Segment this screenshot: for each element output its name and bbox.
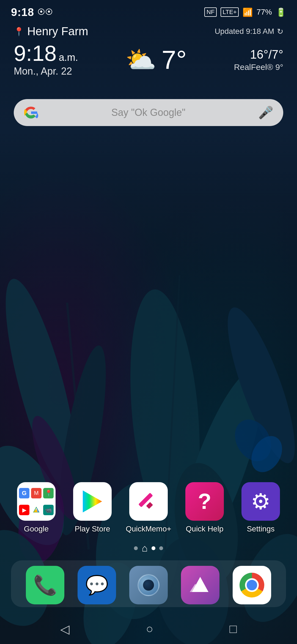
search-container[interactable]: Say "Ok Google" 🎤 — [0, 88, 297, 137]
temp-range: 16°/7° — [250, 48, 283, 61]
folder-g: G — [19, 488, 29, 498]
page-indicators: ⌂ — [0, 539, 297, 558]
play-store-icon[interactable] — [73, 482, 112, 521]
weather-main: 9:18 a.m. Mon., Apr. 22 ⛅ 7° 16°/7° Real… — [14, 42, 283, 77]
app-item-quickhelp[interactable]: ? Quick Help — [183, 482, 227, 533]
status-right: NF LTE+ 📶 77% 🔋 — [204, 7, 286, 17]
status-time: 9:18 — [11, 6, 34, 18]
svg-marker-21 — [83, 490, 102, 512]
weather-time-date: 9:18 a.m. Mon., Apr. 22 — [14, 42, 78, 77]
settings-label: Settings — [247, 525, 274, 533]
folder-drive — [31, 505, 42, 515]
question-mark: ? — [198, 489, 211, 514]
quickmemo-label: QuickMemo+ — [126, 525, 171, 533]
real-feel: RealFeel® 9° — [234, 62, 283, 72]
date-display: Mon., Apr. 22 — [14, 66, 78, 77]
camera-lens-inner — [143, 580, 154, 591]
dock-phone[interactable]: 📞 — [26, 566, 64, 604]
microphone-icon[interactable]: 🎤 — [258, 105, 273, 120]
bottom-dock-container: 📞 💬 — [0, 558, 297, 614]
location-pin-icon: 📍 — [14, 27, 24, 36]
settings-icon[interactable]: ⚙ — [241, 482, 280, 521]
lte-icon: LTE+ — [221, 7, 239, 17]
weather-widget: 📍 Henry Farm Updated 9:18 AM ↻ 9:18 a.m.… — [0, 22, 297, 83]
home-button[interactable]: ○ — [146, 622, 153, 636]
weather-location-row: 📍 Henry Farm Updated 9:18 AM ↻ — [14, 25, 283, 38]
dot-3[interactable] — [159, 546, 163, 550]
quickhelp-label: Quick Help — [186, 525, 224, 533]
home-indicator[interactable]: ⌂ — [142, 543, 148, 553]
folder-youtube: ▶ — [19, 505, 29, 515]
app-item-settings[interactable]: ⚙ Settings — [239, 482, 283, 533]
refresh-icon[interactable]: ↻ — [277, 27, 283, 36]
location-name: Henry Farm — [27, 25, 88, 38]
svg-rect-22 — [135, 488, 162, 515]
app-item-quickmemo[interactable]: QuickMemo+ — [127, 482, 170, 533]
folder-meet: 📹 — [43, 505, 54, 515]
clock-ampm: a.m. — [59, 52, 78, 63]
recents-button[interactable]: □ — [230, 622, 237, 636]
bottom-dock: 📞 💬 — [11, 560, 286, 607]
weather-updated: Updated 9:18 AM ↻ — [215, 27, 283, 36]
search-placeholder[interactable]: Say "Ok Google" — [44, 107, 253, 118]
nav-bar: ◁ ○ □ — [0, 614, 297, 644]
app-item-playstore[interactable]: Play Store — [70, 482, 114, 533]
nfc-icon: NF — [204, 7, 217, 17]
messages-icon: 💬 — [85, 574, 109, 596]
app-row: G M 📍 ▶ 📹 Google — [0, 474, 297, 539]
high-low-temp: 16°/7° — [234, 48, 283, 61]
phone-icon: 📞 — [33, 574, 57, 596]
camera-lens — [138, 574, 160, 596]
signal-icon: 📶 — [243, 7, 253, 17]
clock-display: 9:18 — [14, 42, 57, 64]
play-store-triangle — [80, 488, 105, 515]
google-logo — [24, 105, 38, 120]
weather-details: 16°/7° RealFeel® 9° — [234, 48, 283, 72]
playstore-label: Play Store — [75, 525, 110, 533]
battery-percentage: 77% — [257, 8, 272, 17]
status-left: 9:18 ⦿⦿ — [11, 6, 53, 18]
voicemail-icon: ⦿⦿ — [37, 8, 53, 17]
dock-messages[interactable]: 💬 — [78, 566, 116, 604]
status-bar: 9:18 ⦿⦿ NF LTE+ 📶 77% 🔋 — [0, 0, 297, 22]
dock-chrome[interactable] — [233, 566, 271, 604]
app-item-google[interactable]: G M 📍 ▶ 📹 Google — [14, 482, 58, 533]
quick-help-icon[interactable]: ? — [185, 482, 224, 521]
google-search-bar[interactable]: Say "Ok Google" 🎤 — [14, 99, 283, 126]
quickmemo-icon[interactable] — [129, 482, 168, 521]
dock-camera[interactable] — [129, 566, 168, 604]
folder-gmail: M — [31, 488, 42, 498]
google-label: Google — [24, 525, 49, 533]
dot-1[interactable] — [134, 546, 138, 550]
current-temp: 7° — [162, 45, 187, 75]
chrome-ring — [240, 573, 264, 597]
weather-temp-section: ⛅ 7° — [125, 45, 187, 75]
battery-icon: 🔋 — [276, 7, 286, 17]
quickmemo-svg — [135, 488, 162, 515]
cloud-icon: ⛅ — [125, 45, 156, 74]
gear-icon: ⚙ — [251, 489, 271, 514]
dot-2[interactable] — [152, 546, 155, 550]
folder-maps: 📍 — [43, 488, 54, 498]
dock-photos[interactable] — [181, 566, 219, 604]
chrome-inner — [245, 578, 259, 592]
google-folder-icon[interactable]: G M 📍 ▶ 📹 — [17, 482, 56, 521]
mountain-icon — [189, 574, 211, 596]
back-button[interactable]: ◁ — [60, 622, 70, 636]
